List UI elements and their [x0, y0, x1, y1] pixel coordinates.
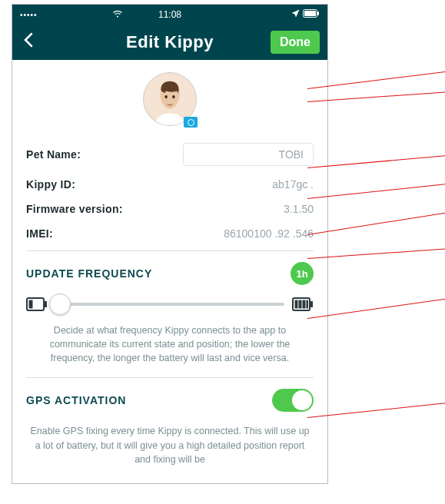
update-frequency-title: UPDATE FREQUENCY — [26, 267, 152, 280]
battery-icon — [303, 9, 320, 20]
pet-name-input[interactable] — [183, 143, 314, 166]
svg-rect-10 — [311, 301, 313, 307]
gps-header: GPS ACTIVATION — [26, 389, 314, 412]
kippy-id-label: Kippy ID: — [26, 178, 75, 191]
phone-frame: ••••• 11:08 Edit Kippy Done — [12, 4, 328, 484]
camera-icon[interactable] — [184, 117, 198, 128]
svg-rect-2 — [317, 12, 319, 15]
frequency-slider-row — [26, 297, 314, 311]
divider-2 — [26, 377, 314, 378]
avatar-container — [26, 72, 314, 126]
toggle-thumb — [292, 390, 312, 410]
done-button[interactable]: Done — [271, 31, 320, 54]
gps-toggle[interactable] — [272, 389, 314, 412]
update-frequency-help: Decide at what frequency Kippy connects … — [26, 323, 314, 365]
signal-indicator: ••••• — [20, 11, 38, 19]
svg-point-4 — [164, 95, 167, 98]
imei-row: IMEI: 86100100 .92 .546 — [26, 221, 314, 246]
wifi-icon — [112, 9, 123, 20]
frequency-badge: 1h — [291, 262, 314, 285]
header-bar: ••••• 11:08 Edit Kippy Done — [12, 5, 327, 60]
update-frequency-header: UPDATE FREQUENCY 1h — [26, 262, 314, 285]
firmware-row: Firmware version: 3.1.50 — [26, 197, 314, 221]
nav-bar: Edit Kippy Done — [12, 25, 327, 60]
divider — [26, 250, 314, 251]
back-button[interactable] — [23, 32, 34, 52]
pet-name-row: Pet Name: — [26, 137, 314, 172]
content-area: Pet Name: Kippy ID: ab17gc . Firmware ve… — [12, 60, 327, 484]
slider-thumb[interactable] — [49, 293, 71, 315]
imei-value: 86100100 .92 .546 — [224, 227, 314, 240]
page-title: Edit Kippy — [126, 32, 214, 52]
firmware-value: 3.1.50 — [284, 203, 314, 215]
clock: 11:08 — [158, 9, 181, 20]
svg-rect-7 — [45, 301, 47, 307]
svg-rect-1 — [304, 11, 316, 16]
status-bar: ••••• 11:08 — [12, 5, 327, 25]
firmware-label: Firmware version: — [26, 203, 123, 215]
battery-low-icon — [26, 297, 48, 311]
kippy-id-value: ab17gc . — [272, 178, 314, 191]
svg-point-5 — [172, 95, 174, 98]
svg-rect-8 — [29, 300, 33, 309]
svg-rect-14 — [307, 300, 309, 309]
battery-full-icon — [292, 297, 314, 311]
location-icon — [291, 9, 300, 20]
frequency-slider[interactable] — [55, 303, 284, 306]
svg-rect-12 — [299, 300, 302, 309]
pet-name-label: Pet Name: — [26, 148, 81, 161]
svg-rect-13 — [303, 300, 306, 309]
imei-label: IMEI: — [26, 227, 53, 240]
kippy-id-row: Kippy ID: ab17gc . — [26, 172, 314, 197]
gps-help: Enable GPS fixing every time Kippy is co… — [26, 424, 314, 466]
svg-rect-11 — [295, 300, 298, 309]
gps-title: GPS ACTIVATION — [26, 394, 126, 406]
